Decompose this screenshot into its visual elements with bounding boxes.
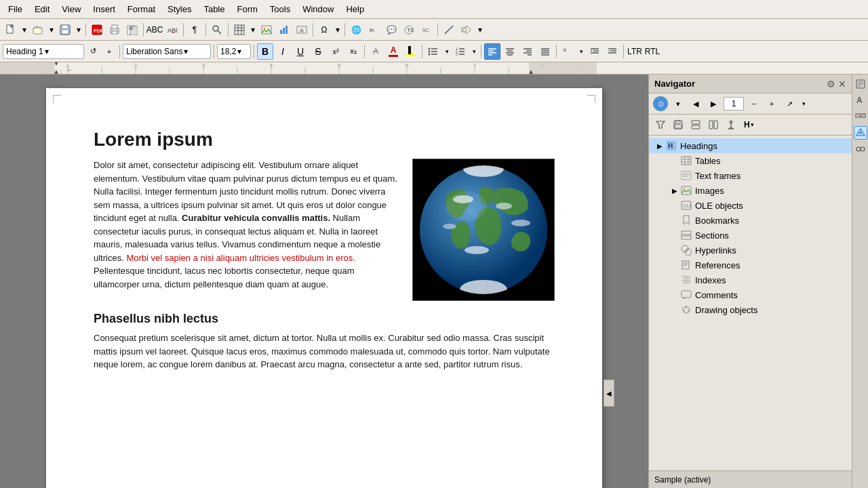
- autospell-button[interactable]: ABC~: [164, 22, 180, 38]
- nav-heading-format-button[interactable]: H ▾: [741, 117, 757, 132]
- nav-item-bookmarks[interactable]: ▶ Bookmarks: [649, 213, 852, 228]
- nav-item-textframes[interactable]: ▶ Text frames: [649, 168, 852, 183]
- nav-save-content-button[interactable]: [671, 117, 686, 132]
- bullets-dropdown[interactable]: ▾: [443, 43, 451, 60]
- strikethrough-button[interactable]: S: [310, 43, 326, 60]
- navigator-panel-button[interactable]: [854, 126, 867, 140]
- nav-view-toggle2[interactable]: [706, 117, 721, 132]
- align-left-button[interactable]: [484, 43, 500, 60]
- highlight-button[interactable]: ▌: [403, 43, 419, 60]
- insert-image-button[interactable]: [258, 22, 275, 38]
- navigator-close-button[interactable]: ✕: [838, 79, 846, 89]
- open-dropdown[interactable]: ▾: [47, 22, 56, 38]
- shape-dropdown[interactable]: [458, 22, 475, 38]
- new-dropdown[interactable]: ▾: [20, 22, 28, 38]
- numbering-button[interactable]: 1.2.3.: [452, 43, 469, 60]
- insert-footnote-button[interactable]: fn: [366, 22, 382, 38]
- nav-dropdown-button[interactable]: ▾: [671, 96, 686, 111]
- font-dropdown[interactable]: Liberation Sans ▾: [123, 44, 211, 59]
- shape-dropdown2[interactable]: ▾: [476, 22, 484, 38]
- draw-shapes-button[interactable]: [441, 22, 457, 38]
- nav-next-button[interactable]: ▶: [706, 96, 721, 111]
- links-targets-button[interactable]: [854, 142, 867, 156]
- properties-panel-button[interactable]: [854, 77, 867, 91]
- subscript-button[interactable]: x₂: [345, 43, 361, 60]
- spellcheck-button[interactable]: ABC: [146, 22, 163, 38]
- font-size-dropdown[interactable]: 18,2 ▾: [217, 44, 251, 59]
- nav-item-images[interactable]: ▶ Images: [649, 183, 852, 198]
- menu-table[interactable]: Table: [198, 3, 230, 16]
- clear-format-button[interactable]: A: [368, 43, 384, 60]
- nav-item-headings[interactable]: ▶ H Headings: [649, 138, 852, 153]
- nav-item-hyperlinks[interactable]: ▶ Hyperlinks: [649, 243, 852, 258]
- nav-export-dropdown[interactable]: ▾: [800, 96, 808, 111]
- document-page[interactable]: Lorem ipsum Dolor sit amet, consectetur …: [46, 88, 602, 488]
- images-expand[interactable]: ▶: [669, 185, 680, 196]
- superscript-button[interactable]: x²: [328, 43, 344, 60]
- insert-special-dropdown[interactable]: ▾: [334, 22, 342, 38]
- nav-anchor-button[interactable]: [724, 117, 738, 132]
- menu-help[interactable]: Help: [340, 3, 370, 16]
- document-area[interactable]: Lorem ipsum Dolor sit amet, consectetur …: [0, 75, 648, 488]
- insert-comment-button[interactable]: 💬: [383, 22, 399, 38]
- nav-item-references[interactable]: ▶ References: [649, 258, 852, 272]
- style-dropdown[interactable]: Heading 1 ▾: [3, 44, 84, 59]
- align-right-button[interactable]: [519, 43, 536, 60]
- insert-hyperlink-button[interactable]: 🌐: [348, 22, 364, 38]
- linespacing-dropdown[interactable]: ▾: [577, 43, 585, 60]
- new-button[interactable]: [3, 22, 19, 38]
- rtl-button[interactable]: RTL: [644, 43, 660, 60]
- nav-prev-button[interactable]: ◀: [688, 96, 703, 111]
- print-button[interactable]: [106, 22, 123, 38]
- open-button[interactable]: [30, 22, 46, 38]
- align-justify-button[interactable]: [537, 43, 553, 60]
- nav-item-ole[interactable]: ▶ OLE OLE objects: [649, 198, 852, 213]
- nav-target-button[interactable]: ⊙: [653, 96, 668, 111]
- menu-file[interactable]: File: [3, 3, 28, 16]
- menu-form[interactable]: Form: [231, 3, 262, 16]
- nav-export-button[interactable]: ↗: [782, 96, 797, 111]
- linespacing-button[interactable]: ≡: [559, 43, 576, 60]
- save-dropdown[interactable]: ▾: [75, 22, 83, 38]
- show-changes-button[interactable]: SC: [418, 22, 435, 38]
- underline-button[interactable]: U: [292, 43, 309, 60]
- insert-textbox-button[interactable]: A: [294, 22, 310, 38]
- align-center-button[interactable]: [502, 43, 518, 60]
- headings-expand[interactable]: ▶: [654, 140, 665, 151]
- nav-plus-button[interactable]: +: [764, 96, 779, 111]
- font-color-button[interactable]: A: [385, 43, 401, 60]
- export-pdf-button[interactable]: PDF: [89, 22, 105, 38]
- nav-item-tables[interactable]: ▶ Tables: [649, 153, 852, 168]
- find-button[interactable]: [209, 22, 225, 38]
- indent-increase-button[interactable]: [587, 43, 603, 60]
- bold-button[interactable]: B: [257, 43, 273, 60]
- track-changes-button[interactable]: TC: [401, 22, 417, 38]
- nav-view-toggle1[interactable]: [688, 117, 703, 132]
- nav-item-sections[interactable]: ▶ Sections: [649, 228, 852, 243]
- nav-item-comments[interactable]: ▶ Comments: [649, 287, 852, 302]
- insert-table-dropdown[interactable]: ▾: [249, 22, 257, 38]
- numbering-dropdown[interactable]: ▾: [470, 43, 478, 60]
- refresh-style-button[interactable]: ↺: [85, 44, 100, 59]
- gallery-panel-button[interactable]: [854, 110, 867, 123]
- styles-panel-button[interactable]: A: [854, 94, 867, 107]
- insert-table-button[interactable]: [231, 22, 248, 38]
- menu-format[interactable]: Format: [122, 3, 161, 16]
- indent-decrease-button[interactable]: [604, 43, 620, 60]
- nav-item-drawing-objects[interactable]: ▶ Drawing objects: [649, 302, 852, 317]
- bullets-button[interactable]: [425, 43, 441, 60]
- menu-styles[interactable]: Styles: [162, 3, 197, 16]
- italic-button[interactable]: I: [275, 43, 291, 60]
- add-style-button[interactable]: +: [102, 44, 117, 59]
- insert-chart-button[interactable]: [276, 22, 292, 38]
- preview-button[interactable]: [124, 22, 140, 38]
- page-collapse-button[interactable]: ◀: [604, 380, 614, 407]
- nav-item-indexes[interactable]: ▶ Indexes: [649, 272, 852, 287]
- nav-settings-button[interactable]: ⚙: [827, 79, 835, 89]
- save-button[interactable]: [57, 22, 73, 38]
- paragraph-marks-button[interactable]: ¶: [186, 22, 203, 38]
- nav-filter-button[interactable]: [653, 117, 668, 132]
- insert-special-char-button[interactable]: Ω: [316, 22, 332, 38]
- menu-window[interactable]: Window: [297, 3, 339, 16]
- ltr-button[interactable]: LTR: [627, 43, 643, 60]
